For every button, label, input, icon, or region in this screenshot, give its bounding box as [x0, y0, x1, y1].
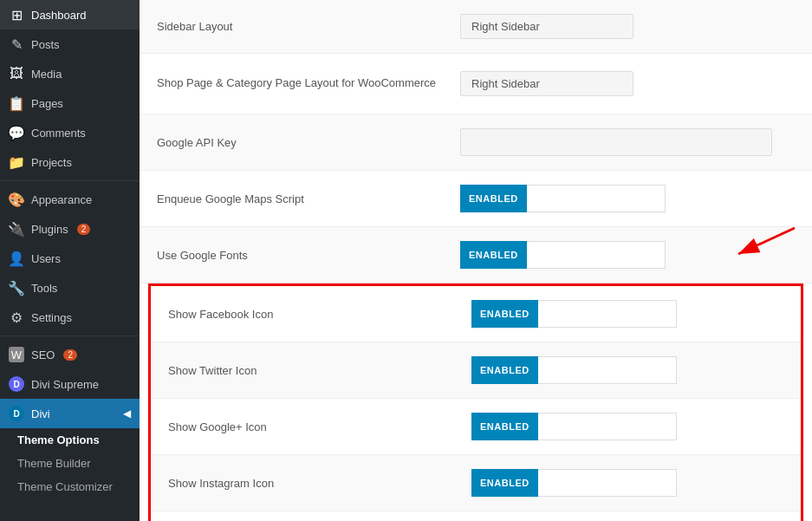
label-google-api: Google API Key: [157, 136, 460, 149]
toggle-enabled-facebook[interactable]: ENABLED: [471, 300, 538, 328]
toggle-google-maps: ENABLED: [460, 185, 666, 212]
dropdown-shop-layout[interactable]: Right Sidebar: [460, 71, 633, 96]
sidebar-item-divi-supreme[interactable]: D Divi Supreme: [0, 369, 140, 399]
settings-icon: ⚙: [9, 309, 24, 325]
plugins-icon: 🔌: [9, 221, 24, 237]
sidebar-item-appearance[interactable]: 🎨 Appearance: [0, 185, 140, 214]
control-sidebar-layout: Right Sidebar: [460, 14, 795, 39]
settings-row-twitter: Show Twitter Icon ENABLED: [151, 342, 801, 399]
toggle-enabled-google-maps[interactable]: ENABLED: [460, 185, 527, 212]
sidebar-item-projects[interactable]: 📁 Projects: [0, 147, 140, 177]
pages-icon: 📋: [9, 95, 24, 111]
sidebar-item-tools[interactable]: 🔧 Tools: [0, 273, 140, 303]
control-facebook-icon: ENABLED: [471, 300, 783, 328]
sidebar-item-plugins[interactable]: 🔌 Plugins 2: [0, 214, 140, 244]
sidebar-divider-1: [0, 180, 140, 181]
toggle-googleplus: ENABLED: [471, 413, 677, 440]
sidebar-label-users: Users: [31, 252, 61, 265]
toggle-enabled-googleplus[interactable]: ENABLED: [471, 413, 538, 440]
main-content: Sidebar Layout Right Sidebar Shop Page &…: [140, 0, 812, 521]
sidebar-item-settings[interactable]: ⚙ Settings: [0, 303, 140, 332]
control-twitter-icon: ENABLED: [471, 356, 783, 384]
control-google-api: [460, 128, 795, 156]
posts-icon: ✎: [9, 36, 24, 52]
label-facebook-icon: Show Facebook Icon: [168, 308, 471, 321]
sidebar-sub-item-theme-customizer[interactable]: Theme Customizer: [0, 475, 140, 498]
appearance-icon: 🎨: [9, 192, 24, 207]
settings-row-instagram: Show Instagram Icon ENABLED: [151, 455, 801, 511]
sub-label-theme-options: Theme Options: [17, 433, 100, 446]
seo-icon: W: [9, 347, 24, 362]
toggle-input-facebook[interactable]: [538, 300, 677, 328]
sidebar-sub-item-theme-builder[interactable]: Theme Builder: [0, 452, 140, 475]
toggle-input-googleplus[interactable]: [538, 413, 677, 440]
sidebar: ⊞ Dashboard ✎ Posts 🖼 Media 📋 Pages 💬 Co…: [0, 0, 140, 521]
plugins-badge: 2: [77, 224, 91, 235]
control-instagram-icon: ENABLED: [471, 469, 783, 497]
settings-row-google-fonts: Use Google Fonts ENABLED: [140, 227, 812, 283]
users-icon: 👤: [9, 251, 24, 266]
sub-label-theme-customizer: Theme Customizer: [17, 480, 113, 493]
sub-label-theme-builder: Theme Builder: [17, 457, 91, 470]
sidebar-item-posts[interactable]: ✎ Posts: [0, 29, 140, 59]
media-icon: 🖼: [9, 66, 24, 81]
sidebar-item-comments[interactable]: 💬 Comments: [0, 118, 140, 147]
toggle-enabled-twitter[interactable]: ENABLED: [471, 356, 538, 384]
sidebar-item-seo[interactable]: W SEO 2: [0, 340, 140, 369]
label-google-fonts: Use Google Fonts: [157, 249, 460, 262]
toggle-enabled-google-fonts[interactable]: ENABLED: [460, 241, 527, 269]
label-sidebar-layout: Sidebar Layout: [157, 20, 460, 33]
label-instagram-icon: Show Instagram Icon: [168, 477, 471, 490]
sidebar-label-plugins: Plugins: [31, 223, 68, 236]
toggle-input-google-maps[interactable]: [527, 185, 666, 212]
sidebar-label-tools: Tools: [31, 282, 57, 295]
sidebar-item-pages[interactable]: 📋 Pages: [0, 88, 140, 118]
label-google-maps: Enqueue Google Maps Script: [157, 192, 460, 205]
sidebar-label-divi-supreme: Divi Supreme: [31, 378, 99, 391]
settings-row-googleplus: Show Google+ Icon ENABLED: [151, 399, 801, 455]
comments-icon: 💬: [9, 125, 24, 140]
toggle-enabled-instagram[interactable]: ENABLED: [471, 469, 538, 497]
control-google-maps: ENABLED: [460, 185, 795, 212]
label-shop-layout: Shop Page & Category Page Layout for Woo…: [157, 75, 460, 91]
dashboard-icon: ⊞: [9, 7, 24, 23]
settings-row-facebook: Show Facebook Icon ENABLED: [151, 286, 801, 342]
sidebar-divider-2: [0, 335, 140, 336]
settings-row-google-api: Google API Key: [140, 114, 812, 171]
sidebar-item-divi[interactable]: D Divi ◀: [0, 399, 140, 428]
input-google-api[interactable]: [460, 128, 772, 156]
sidebar-item-users[interactable]: 👤 Users: [0, 244, 140, 273]
toggle-instagram: ENABLED: [471, 469, 677, 497]
toggle-input-instagram[interactable]: [538, 469, 677, 497]
sidebar-label-comments: Comments: [31, 127, 86, 140]
sidebar-label-settings: Settings: [31, 311, 72, 324]
divi-arrow: ◀: [123, 407, 131, 420]
sidebar-label-dashboard: Dashboard: [31, 9, 87, 22]
sidebar-sub-item-theme-options[interactable]: Theme Options: [0, 428, 140, 452]
toggle-input-google-fonts[interactable]: [527, 241, 666, 269]
divi-supreme-icon: D: [9, 376, 24, 392]
toggle-facebook: ENABLED: [471, 300, 677, 328]
dropdown-sidebar-layout[interactable]: Right Sidebar: [460, 14, 633, 39]
toggle-google-fonts: ENABLED: [460, 241, 666, 269]
label-twitter-icon: Show Twitter Icon: [168, 364, 471, 377]
sidebar-label-posts: Posts: [31, 38, 60, 51]
sidebar-label-pages: Pages: [31, 97, 63, 110]
sidebar-item-media[interactable]: 🖼 Media: [0, 59, 140, 88]
settings-row-sidebar-layout: Sidebar Layout Right Sidebar: [140, 0, 812, 54]
settings-area: Sidebar Layout Right Sidebar Shop Page &…: [140, 0, 812, 521]
sidebar-label-appearance: Appearance: [31, 193, 92, 206]
sidebar-label-seo: SEO: [31, 348, 55, 361]
settings-row-shop-layout: Shop Page & Category Page Layout for Woo…: [140, 54, 812, 114]
sidebar-label-projects: Projects: [31, 156, 72, 169]
control-shop-layout: Right Sidebar: [460, 71, 795, 96]
toggle-input-twitter[interactable]: [538, 356, 677, 384]
settings-row-rss: Show RSS Icon ENABLED: [151, 511, 801, 521]
settings-row-google-maps: Enqueue Google Maps Script ENABLED: [140, 171, 812, 227]
projects-icon: 📁: [9, 154, 24, 170]
tools-icon: 🔧: [9, 280, 24, 296]
sidebar-label-media: Media: [31, 68, 62, 81]
sidebar-label-divi: Divi: [31, 407, 50, 420]
sidebar-item-dashboard[interactable]: ⊞ Dashboard: [0, 0, 140, 29]
control-google-fonts: ENABLED: [460, 241, 795, 269]
